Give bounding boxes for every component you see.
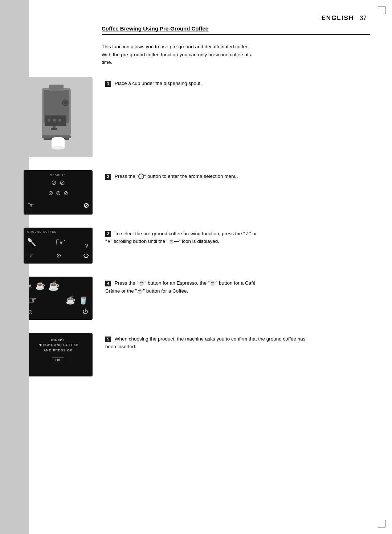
step-2-text: 2 Press the "/" button to enter the arom… <box>105 170 309 180</box>
step-4-row: ∧ ☕ ☕ ☞ ☕ 🥤 ⊘ ⏻ 4 Press the "☕" button f… <box>22 277 370 320</box>
gc-slash: ⊘ <box>56 252 61 259</box>
cup-icon-4: 🥤 <box>78 295 88 305</box>
gc-top-row: 🥄 ☞ ∨ <box>27 235 89 249</box>
step-4-number: 4 <box>105 281 111 286</box>
step-5-description: When choosing the product, the machine a… <box>105 336 306 350</box>
insert-line-1: INSERT <box>37 337 79 342</box>
corner-mark-tr <box>378 7 385 14</box>
page-header: ENGLISH 37 <box>22 15 370 22</box>
step-1-image <box>22 77 94 157</box>
step-5-row: INSERT PREGROUND COFFEE AND PRESS OK OK … <box>22 333 370 376</box>
ok-button-display: OK <box>52 357 64 363</box>
gc-hand-icon: ☞ <box>55 235 66 249</box>
svg-rect-4 <box>51 128 57 130</box>
intro-text: This function allows you to use pre-grou… <box>102 43 305 66</box>
cup-medium: ☕ <box>48 280 60 292</box>
panel-aroma-icons: ⊘ ⊘ <box>51 179 65 187</box>
gc-hand-2: ☞ <box>27 251 34 260</box>
step-2-panel: REGULAR ⊘ ⊘ ⊘ ⊘ ⊘ ☞ ⊘ <box>24 170 93 215</box>
insert-panel-text: INSERT PREGROUND COFFEE AND PRESS OK <box>37 337 79 353</box>
cup-panel-middle: ☞ ☕ 🥤 <box>28 294 88 306</box>
gc-down-arrow: ∨ <box>85 242 89 249</box>
step-1-description: Place a cup under the dispensing spout. <box>115 81 202 86</box>
step-1-row: 1 Place a cup under the dispensing spout… <box>22 77 370 157</box>
machine-svg <box>31 81 85 154</box>
aroma-dot-1: ⊘ <box>48 189 53 196</box>
gc-power: ⏻ <box>83 252 89 259</box>
gc-left-icons: 🥄 <box>27 238 36 246</box>
step-2-number: 2 <box>105 174 111 180</box>
step-3-row: GROUND COFFEE 🥄 ☞ ∨ ☞ ⊘ ⏻ 3 To select th… <box>22 228 370 264</box>
gc-panel-label: GROUND COFFEE <box>27 231 89 233</box>
aroma-dot-2: ⊘ <box>56 189 61 196</box>
step-5-panel: INSERT PREGROUND COFFEE AND PRESS OK OK <box>24 333 93 376</box>
step-5-text: 5 When choosing the product, the machine… <box>105 333 309 351</box>
machine-illustration <box>24 77 93 157</box>
svg-point-14 <box>53 119 56 122</box>
sidebar-strip <box>0 0 29 534</box>
step-2-description: Press the "/" button to enter the aroma … <box>115 174 238 179</box>
step-5-image: INSERT PREGROUND COFFEE AND PRESS OK OK <box>22 333 94 376</box>
step-1-number: 1 <box>105 81 111 87</box>
page-number: 37 <box>360 15 367 22</box>
gc-bottom-row: ☞ ⊘ ⏻ <box>27 251 89 260</box>
step-2-row: REGULAR ⊘ ⊘ ⊘ ⊘ ⊘ ☞ ⊘ 2 Press the "/" bu… <box>22 170 370 215</box>
cup-small: ☕ <box>35 281 45 290</box>
step-3-image: GROUND COFFEE 🥄 ☞ ∨ ☞ ⊘ ⏻ <box>22 228 94 264</box>
svg-point-11 <box>64 101 67 104</box>
aroma-icon-1: ⊘ <box>51 179 57 187</box>
hand-point-icon: ☞ <box>27 201 34 210</box>
intro-paragraph: This function allows you to use pre-grou… <box>102 44 253 65</box>
cup-panel-bottom: ⊘ ⏻ <box>28 309 88 315</box>
aroma-row-2: ⊘ ⊘ ⊘ <box>48 189 68 196</box>
svg-point-15 <box>58 119 61 122</box>
insert-line-2: PREGROUND COFFEE <box>37 342 79 347</box>
aroma-icon-2: ⊘ <box>60 179 65 187</box>
step-4-image: ∧ ☕ ☕ ☞ ☕ 🥤 ⊘ ⏻ <box>22 277 94 320</box>
step-3-text: 3 To select the pre-ground coffee brewin… <box>105 228 309 245</box>
hand-finger-icon: ☞ <box>28 294 37 306</box>
power-btn: ⏻ <box>82 309 88 315</box>
step-3-panel: GROUND COFFEE 🥄 ☞ ∨ ☞ ⊘ ⏻ <box>24 228 93 264</box>
step-5-number: 5 <box>105 337 111 342</box>
cup-panel-top: ∧ ☕ ☕ <box>28 280 88 292</box>
slash-icon: ⊘ <box>83 201 89 209</box>
step-3-number: 3 <box>105 231 111 237</box>
corner-mark-br <box>378 520 385 527</box>
language-label: ENGLISH <box>322 15 354 22</box>
step-3-description: To select the pre-ground coffee brewing … <box>105 231 257 244</box>
svg-rect-2 <box>49 85 64 91</box>
svg-point-9 <box>52 146 65 150</box>
step-4-text: 4 Press the "☕" button for an Espresso, … <box>105 277 309 295</box>
panel-bottom: ☞ ⊘ <box>27 201 89 210</box>
step-4-panel: ∧ ☕ ☕ ☞ ☕ 🥤 ⊘ ⏻ <box>24 277 93 320</box>
step-1-text: 1 Place a cup under the dispensing spout… <box>105 77 309 87</box>
regular-label: REGULAR <box>50 174 66 176</box>
gc-spoon-icon: 🥄 <box>27 238 36 246</box>
insert-line-3: AND PRESS OK <box>37 348 79 353</box>
section-title: Coffee Brewing Using Pre-Ground Coffee <box>102 25 208 32</box>
section-title-bar: Coffee Brewing Using Pre-Ground Coffee <box>102 25 370 35</box>
step-4-description: Press the "☕" button for an Espresso, th… <box>105 280 256 294</box>
cup-large: ☕ <box>66 295 75 305</box>
svg-point-13 <box>48 119 50 122</box>
aroma-dot-3: ⊘ <box>64 189 68 196</box>
step-2-image: REGULAR ⊘ ⊘ ⊘ ⊘ ⊘ ☞ ⊘ <box>22 170 94 215</box>
